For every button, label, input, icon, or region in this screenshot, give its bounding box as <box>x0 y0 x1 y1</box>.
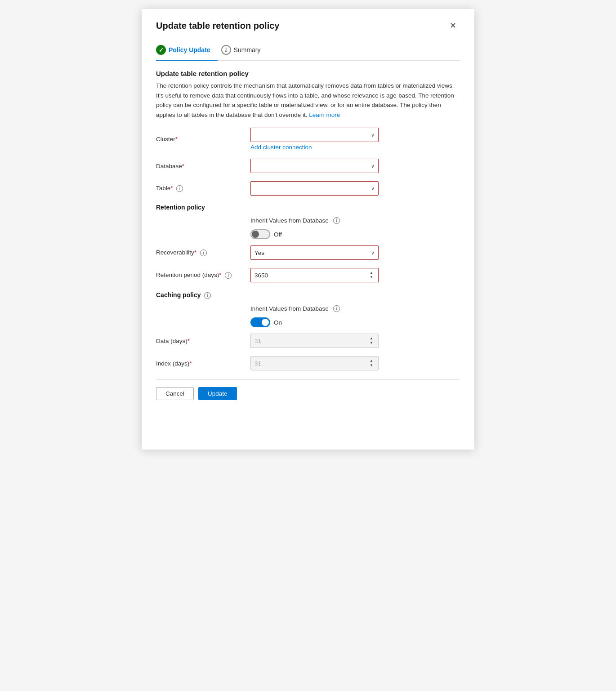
retention-toggle-row: Off <box>156 229 460 239</box>
database-select[interactable]: ∨ <box>250 159 379 173</box>
recoverability-label: Recoverability* i <box>156 249 250 256</box>
retention-inherit-label: Inherit Values from Database <box>250 217 329 224</box>
step-policy-update-label: Policy Update <box>169 46 210 53</box>
step-summary-label: Summary <box>234 46 261 53</box>
index-days-input: 31 ▲ ▼ <box>250 356 379 370</box>
recoverability-select[interactable]: Yes ∨ <box>250 245 379 260</box>
caching-toggle-row: On <box>156 317 460 327</box>
data-days-field: 31 ▲ ▼ <box>250 334 460 348</box>
caching-policy-section: Caching policy i Inherit Values from Dat… <box>156 291 460 370</box>
cancel-button[interactable]: Cancel <box>156 387 194 400</box>
dialog-footer: Cancel Update <box>156 379 460 407</box>
recoverability-value: Yes <box>254 250 264 256</box>
retention-policy-title: Retention policy <box>156 204 460 211</box>
table-chevron-icon: ∨ <box>371 186 375 192</box>
step-summary[interactable]: 2 Summary <box>221 40 268 60</box>
table-info-icon: i <box>176 185 183 192</box>
caching-inherit-row: Inherit Values from Database i <box>250 305 460 312</box>
caching-policy-title: Caching policy i <box>156 291 460 299</box>
database-label: Database* <box>156 163 250 169</box>
retention-toggle-label: Off <box>274 231 282 238</box>
caching-toggle[interactable] <box>250 317 270 327</box>
index-days-required: * <box>189 360 192 367</box>
index-days-field: 31 ▲ ▼ <box>250 356 460 370</box>
retention-period-input[interactable]: 3650 ▲ ▼ <box>250 268 379 282</box>
database-field: ∨ <box>250 159 460 173</box>
data-days-required: * <box>187 338 190 344</box>
close-button[interactable]: ✕ <box>446 20 460 31</box>
update-button[interactable]: Update <box>198 387 237 400</box>
caching-inherit-label: Inherit Values from Database <box>250 305 329 312</box>
data-days-up-icon: ▲ <box>368 336 375 341</box>
add-cluster-link[interactable]: Add cluster connection <box>250 144 460 151</box>
dialog: Update table retention policy ✕ ✓ Policy… <box>142 9 474 450</box>
section-description: The retention policy controls the mechan… <box>156 81 460 120</box>
cluster-chevron-icon: ∨ <box>371 132 375 138</box>
section-title: Update table retention policy <box>156 70 460 77</box>
step-check-icon: ✓ <box>156 45 166 55</box>
data-days-row: Data (days)* 31 ▲ ▼ <box>156 334 460 348</box>
caching-toggle-container: On <box>250 317 282 327</box>
data-days-value: 31 <box>254 338 261 344</box>
retention-inherit-info-icon: i <box>333 217 340 224</box>
caching-inherit-info-icon: i <box>333 305 340 312</box>
index-days-spinners: ▲ ▼ <box>368 359 375 368</box>
step-policy-update[interactable]: ✓ Policy Update <box>156 40 218 60</box>
table-field: ∨ <box>250 181 460 196</box>
data-days-input: 31 ▲ ▼ <box>250 334 379 348</box>
retention-period-required: * <box>219 272 221 278</box>
dialog-header: Update table retention policy ✕ <box>156 20 460 31</box>
table-select[interactable]: ∨ <box>250 181 379 196</box>
index-days-label: Index (days)* <box>156 360 250 367</box>
recoverability-chevron-icon: ∨ <box>371 250 375 256</box>
recoverability-info-icon: i <box>200 250 207 256</box>
steps-bar: ✓ Policy Update 2 Summary <box>156 40 460 61</box>
table-label: Table* i <box>156 185 250 192</box>
index-days-down-icon: ▼ <box>368 363 375 368</box>
recoverability-field: Yes ∨ <box>250 245 460 260</box>
retention-inherit-row: Inherit Values from Database i <box>250 217 460 224</box>
retention-policy-section: Retention policy Inherit Values from Dat… <box>156 204 460 282</box>
retention-period-field: 3650 ▲ ▼ <box>250 268 460 282</box>
data-days-label: Data (days)* <box>156 338 250 344</box>
caching-policy-info-icon: i <box>204 292 211 299</box>
cluster-label: Cluster* <box>156 136 250 143</box>
caching-toggle-label: On <box>274 319 282 326</box>
retention-period-info-icon: i <box>225 272 232 279</box>
cluster-row: Cluster* ∨ Add cluster connection <box>156 128 460 151</box>
database-row: Database* ∨ <box>156 159 460 173</box>
retention-period-spinners: ▲ ▼ <box>368 271 375 280</box>
retention-period-value: 3650 <box>254 272 268 279</box>
retention-period-label: Retention period (days)* i <box>156 272 250 279</box>
retention-period-down-icon[interactable]: ▼ <box>368 275 375 280</box>
cluster-field: ∨ Add cluster connection <box>250 128 460 151</box>
index-days-up-icon: ▲ <box>368 359 375 363</box>
index-days-row: Index (days)* 31 ▲ ▼ <box>156 356 460 370</box>
retention-toggle-container: Off <box>250 229 282 239</box>
retention-period-row: Retention period (days)* i 3650 ▲ ▼ <box>156 268 460 282</box>
index-days-value: 31 <box>254 360 261 367</box>
table-row: Table* i ∨ <box>156 181 460 196</box>
retention-period-up-icon[interactable]: ▲ <box>368 271 375 275</box>
step-summary-number: 2 <box>221 45 231 55</box>
dialog-title: Update table retention policy <box>156 21 279 31</box>
learn-more-link[interactable]: Learn more <box>309 111 340 118</box>
data-days-down-icon: ▼ <box>368 341 375 345</box>
table-required: * <box>170 185 173 192</box>
database-required: * <box>182 163 184 169</box>
content: Update table retention policy The retent… <box>156 61 460 450</box>
recoverability-row: Recoverability* i Yes ∨ <box>156 245 460 260</box>
retention-toggle[interactable] <box>250 229 270 239</box>
data-days-spinners: ▲ ▼ <box>368 336 375 345</box>
cluster-required: * <box>175 136 178 143</box>
cluster-select[interactable]: ∨ <box>250 128 379 142</box>
database-chevron-icon: ∨ <box>371 163 375 169</box>
recoverability-required: * <box>194 249 196 256</box>
